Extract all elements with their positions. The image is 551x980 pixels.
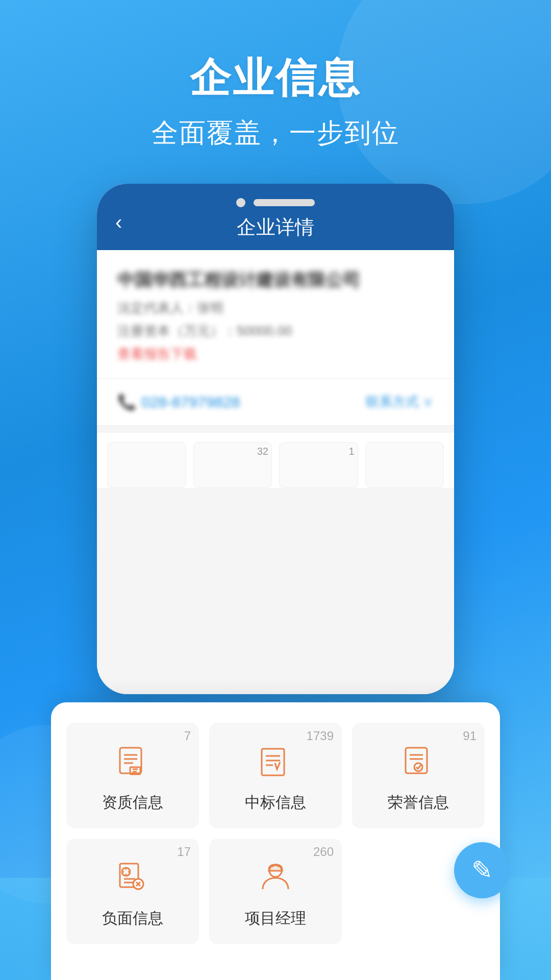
company-card: 中国华西工程设计建设有限公司 法定代表人：张明 注册资本（万元）：50000.0… xyxy=(97,250,454,379)
company-name: 中国华西工程设计建设有限公司 xyxy=(117,268,434,292)
grid-item-manager[interactable]: 260 项目经理 xyxy=(209,839,342,944)
negative-badge: 17 xyxy=(177,845,191,859)
stat-item-bank[interactable]: 1 xyxy=(279,442,358,488)
phone-content: 中国华西工程设计建设有限公司 法定代表人：张明 注册资本（万元）：50000.0… xyxy=(97,250,454,694)
navbar-title: 企业详情 xyxy=(237,214,314,240)
manager-icon xyxy=(255,857,296,898)
legal-person-row: 法定代表人：张明 xyxy=(117,299,434,317)
grid-row-2: 17 负面信息 260 xyxy=(66,839,485,944)
header-subtitle: 全面覆盖，一步到位 xyxy=(0,115,551,151)
header-title: 企业信息 xyxy=(0,51,551,106)
bottom-panel: 7 资质信息 1739 xyxy=(51,702,500,980)
qualification-label: 资质信息 xyxy=(102,792,163,813)
phone-camera xyxy=(236,198,245,207)
back-button[interactable]: ‹ xyxy=(115,211,122,234)
stat-badge-bank: 1 xyxy=(348,446,354,457)
phone-topbar xyxy=(236,198,315,207)
negative-icon xyxy=(112,857,153,898)
stats-row: 32 1 xyxy=(97,433,454,488)
svg-rect-16 xyxy=(262,749,284,775)
honor-label: 荣誉信息 xyxy=(388,792,449,813)
manager-badge: 260 xyxy=(313,845,334,859)
grid-row-1: 7 资质信息 1739 xyxy=(66,723,485,828)
qualification-badge: 7 xyxy=(184,729,191,743)
stat-item-building[interactable] xyxy=(107,442,186,488)
reg-capital-row: 注册资本（万元）：50000.00 xyxy=(117,322,434,340)
phone-number: 📞 028-87979828 xyxy=(117,393,240,411)
honor-icon xyxy=(398,741,439,782)
contact-link[interactable]: 联系方式 ∨ xyxy=(366,393,434,411)
bid-icon xyxy=(255,741,296,782)
honor-badge: 91 xyxy=(463,729,477,743)
stat-item-book[interactable] xyxy=(365,442,444,488)
negative-label: 负面信息 xyxy=(102,908,163,929)
qualification-icon xyxy=(112,741,153,782)
phone-number-row: 📞 028-87979828 联系方式 ∨ xyxy=(97,379,454,426)
bid-label: 中标信息 xyxy=(245,792,306,813)
fab-button[interactable]: ✎ xyxy=(454,842,510,898)
fab-edit-icon: ✎ xyxy=(471,855,493,885)
grid-item-bid[interactable]: 1739 中标信息 xyxy=(209,723,342,828)
phone-mockup: ‹ 企业详情 中国华西工程设计建设有限公司 法定代表人：张明 注册资本（万元）：… xyxy=(97,184,454,694)
stat-badge-doc: 32 xyxy=(257,446,268,457)
bid-badge: 1739 xyxy=(307,729,334,743)
header-section: 企业信息 全面覆盖，一步到位 xyxy=(0,51,551,151)
grid-item-qualification[interactable]: 7 资质信息 xyxy=(66,723,199,828)
grid-item-negative[interactable]: 17 负面信息 xyxy=(66,839,199,944)
app-navbar: ‹ 企业详情 xyxy=(97,184,454,250)
svg-rect-20 xyxy=(406,748,427,773)
company-link[interactable]: 查看报告下载 xyxy=(117,345,434,363)
manager-label: 项目经理 xyxy=(245,908,306,929)
stat-item-doc[interactable]: 32 xyxy=(193,442,272,488)
grid-item-honor[interactable]: 91 荣誉信息 xyxy=(352,723,485,828)
phone-speaker xyxy=(254,199,315,206)
